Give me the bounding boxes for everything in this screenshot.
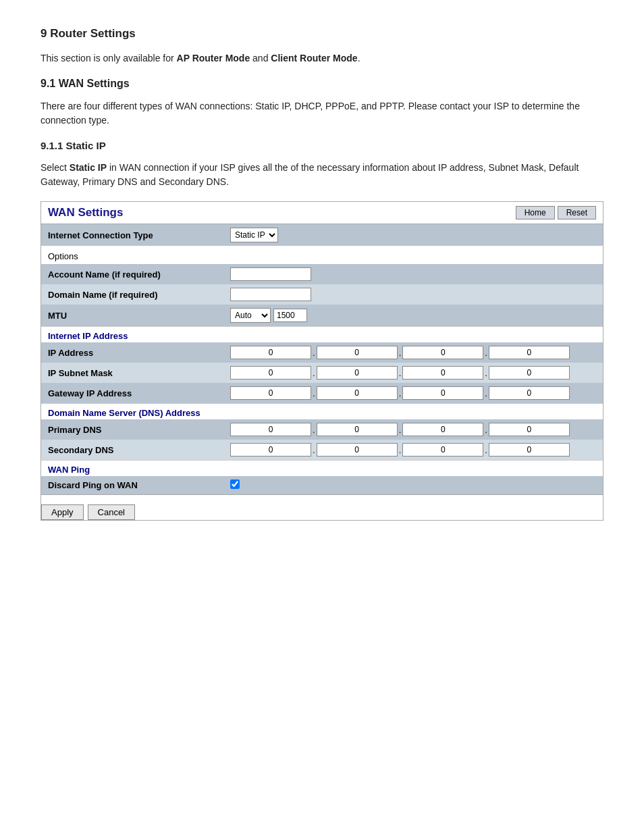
- account-name-label: Account Name (if required): [41, 264, 223, 284]
- internet-ip-section: Internet IP Address: [41, 326, 603, 342]
- staticip-intro: Select Static IP in WAN connection if yo…: [41, 161, 603, 189]
- mtu-input[interactable]: [273, 309, 307, 322]
- domain-name-label: Domain Name (if required): [41, 284, 223, 305]
- ip-address-value[interactable]: . . .: [223, 342, 603, 363]
- ip-dot-3: .: [483, 348, 489, 358]
- gateway-octet-1[interactable]: [230, 386, 311, 400]
- gateway-dot-2: .: [398, 388, 403, 398]
- reset-button[interactable]: Reset: [558, 206, 596, 219]
- gateway-label: Gateway IP Address: [41, 383, 223, 403]
- mtu-label: MTU: [41, 305, 223, 326]
- bottom-buttons: Apply Cancel: [41, 504, 603, 520]
- discard-ping-checkbox[interactable]: [230, 479, 240, 489]
- subsection-title: 9.1 WAN Settings: [41, 78, 603, 90]
- ip-subnet-label: IP Subnet Mask: [41, 363, 223, 383]
- secondary-dns-octet-4[interactable]: [489, 443, 570, 457]
- secondary-dns-octet-2[interactable]: [317, 443, 398, 457]
- ip-address-table: IP Address . . . IP Subnet Mask .: [41, 342, 603, 403]
- gateway-dot-3: .: [483, 388, 489, 398]
- panel-header: WAN Settings Home Reset: [41, 202, 603, 224]
- domain-name-input[interactable]: [230, 288, 311, 301]
- discard-ping-value[interactable]: [223, 476, 603, 494]
- subsection-intro: There are four different types of WAN co…: [41, 99, 603, 128]
- gateway-octet-4[interactable]: [489, 386, 570, 400]
- section-title: 9 Router Settings: [41, 27, 603, 41]
- secondary-dns-octet-3[interactable]: [402, 443, 483, 457]
- dns-section: Domain Name Server (DNS) Address: [41, 403, 603, 419]
- secondary-dns-octet-1[interactable]: [230, 443, 311, 457]
- internet-connection-type-row: Internet Connection Type Static IP DHCP …: [41, 224, 603, 246]
- primary-dns-value[interactable]: . . .: [223, 419, 603, 440]
- ip-octet-3[interactable]: [402, 346, 483, 359]
- ip-octet-4[interactable]: [489, 346, 570, 359]
- primary-dns-dot-2: .: [398, 425, 403, 435]
- domain-name-value[interactable]: [223, 284, 603, 305]
- subnet-octet-4[interactable]: [489, 366, 570, 380]
- gateway-dot-1: .: [311, 388, 317, 398]
- subnet-dot-1: .: [311, 368, 317, 378]
- account-name-input[interactable]: [230, 267, 311, 281]
- dns-table: Primary DNS . . . Secondary DNS .: [41, 419, 603, 460]
- gateway-value[interactable]: . . .: [223, 383, 603, 403]
- wan-ping-section: WAN Ping: [41, 460, 603, 476]
- wan-settings-panel: WAN Settings Home Reset Internet Connect…: [41, 201, 603, 521]
- ip-dot-1: .: [311, 348, 317, 358]
- options-header: Options: [41, 246, 603, 264]
- ip-octet-2[interactable]: [317, 346, 398, 359]
- secondary-dns-dot-1: .: [311, 445, 317, 455]
- primary-dns-label: Primary DNS: [41, 419, 223, 440]
- ip-address-label: IP Address: [41, 342, 223, 363]
- primary-dns-dot-1: .: [311, 425, 317, 435]
- wan-ping-table: Discard Ping on WAN: [41, 476, 603, 494]
- cancel-button[interactable]: Cancel: [88, 504, 135, 520]
- ip-subnet-value[interactable]: . . .: [223, 363, 603, 383]
- subnet-octet-2[interactable]: [317, 366, 398, 380]
- primary-dns-octet-1[interactable]: [230, 423, 311, 436]
- secondary-dns-label: Secondary DNS: [41, 440, 223, 460]
- discard-ping-label: Discard Ping on WAN: [41, 476, 223, 494]
- ip-octet-1[interactable]: [230, 346, 311, 359]
- panel-title: WAN Settings: [48, 206, 123, 219]
- secondary-dns-value[interactable]: . . .: [223, 440, 603, 460]
- subnet-dot-2: .: [398, 368, 403, 378]
- account-name-value[interactable]: [223, 264, 603, 284]
- mtu-select[interactable]: Auto Manual: [230, 308, 271, 323]
- subnet-octet-1[interactable]: [230, 366, 311, 380]
- subnet-octet-3[interactable]: [402, 366, 483, 380]
- mtu-value[interactable]: Auto Manual: [223, 305, 603, 326]
- internet-connection-type-value[interactable]: Static IP DHCP PPPoE PPTP: [223, 224, 603, 246]
- internet-connection-type-label: Internet Connection Type: [41, 224, 223, 246]
- gateway-octet-3[interactable]: [402, 386, 483, 400]
- ip-dot-2: .: [398, 348, 403, 358]
- panel-header-buttons: Home Reset: [516, 206, 596, 219]
- primary-dns-octet-4[interactable]: [489, 423, 570, 436]
- home-button[interactable]: Home: [516, 206, 555, 219]
- subnet-dot-3: .: [483, 368, 489, 378]
- staticip-title: 9.1.1 Static IP: [41, 140, 603, 151]
- section-intro: This section is only available for AP Ro…: [41, 51, 603, 66]
- options-table: Account Name (if required) Domain Name (…: [41, 264, 603, 326]
- secondary-dns-dot-2: .: [398, 445, 403, 455]
- bottom-divider: [41, 494, 603, 495]
- connection-type-select[interactable]: Static IP DHCP PPPoE PPTP: [230, 228, 278, 242]
- primary-dns-dot-3: .: [483, 425, 489, 435]
- apply-button[interactable]: Apply: [41, 504, 84, 520]
- gateway-octet-2[interactable]: [317, 386, 398, 400]
- secondary-dns-dot-3: .: [483, 445, 489, 455]
- primary-dns-octet-3[interactable]: [402, 423, 483, 436]
- primary-dns-octet-2[interactable]: [317, 423, 398, 436]
